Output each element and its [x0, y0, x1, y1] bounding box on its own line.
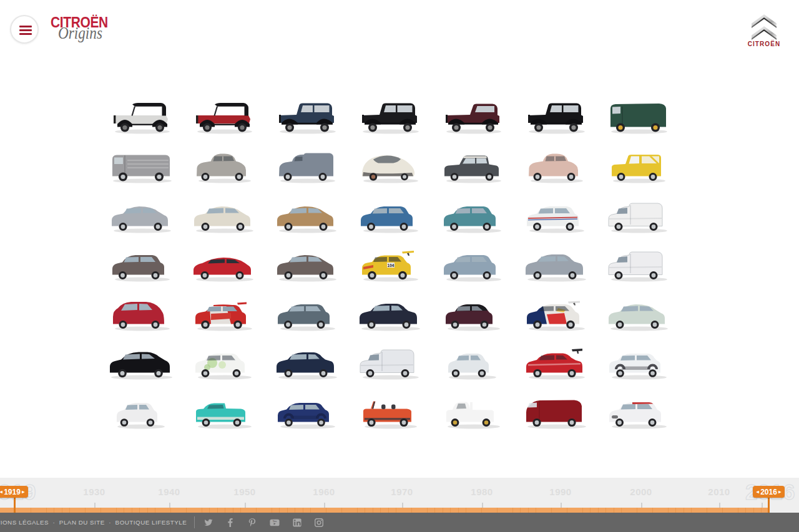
svg-text:104: 104 — [388, 263, 395, 268]
svg-text:You: You — [273, 520, 277, 522]
